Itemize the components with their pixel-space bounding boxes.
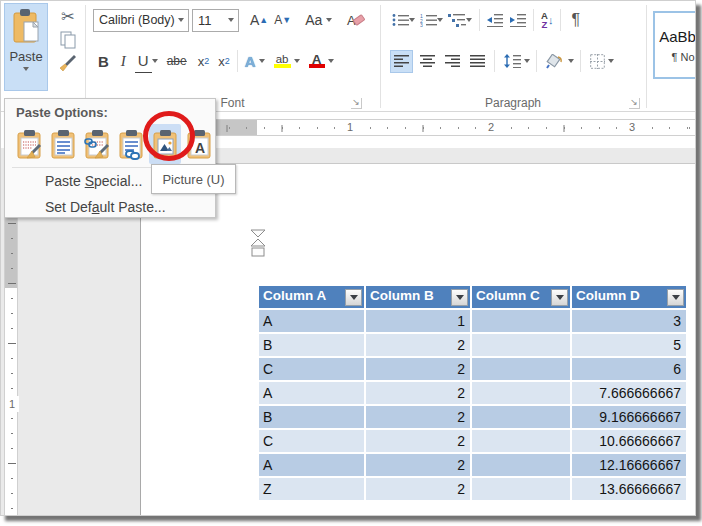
show-hide-pilcrow-button[interactable]: ¶ [568,9,583,32]
underline-button[interactable]: U [135,50,152,73]
cell[interactable]: A [259,381,365,405]
highlight-caret[interactable] [294,59,300,63]
cell[interactable]: A [259,309,365,333]
cell[interactable] [471,381,571,405]
multilevel-list-button[interactable] [448,13,466,27]
cell[interactable]: A [259,453,365,477]
text-effects-caret[interactable] [259,59,265,63]
filter-button[interactable] [551,289,568,306]
cell[interactable] [471,405,571,429]
cell[interactable]: 2 [365,357,471,381]
cell[interactable]: Z [259,477,365,501]
header-column-a[interactable]: Column A [259,286,365,309]
format-painter-button[interactable] [59,54,77,72]
bold-button[interactable]: B [95,50,112,73]
cell[interactable]: 7.666666667 [571,381,687,405]
header-column-b[interactable]: Column B [365,286,471,309]
paste-option-keep-text-only[interactable]: A [183,124,215,164]
cell[interactable]: 2 [365,453,471,477]
shading-caret[interactable] [568,59,574,63]
text-effects-button[interactable]: A [242,50,259,73]
italic-button[interactable]: I [118,50,129,73]
clear-formatting-button[interactable]: A [345,11,365,29]
filter-button[interactable] [667,289,684,306]
font-color-caret[interactable] [328,59,334,63]
change-case-button[interactable]: Aa [302,9,335,32]
cell[interactable]: 13.66666667 [571,477,687,501]
line-spacing-button[interactable] [501,50,524,73]
underline-caret[interactable] [152,59,158,63]
header-column-c[interactable]: Column C [471,286,571,309]
paste-option-picture[interactable] [149,124,181,164]
borders-button[interactable] [587,50,608,73]
paragraph-group-label: Paragraph [380,96,646,110]
font-dialog-launcher[interactable]: ↘ [351,98,362,109]
align-center-button[interactable] [417,50,438,73]
cell[interactable]: 2 [365,405,471,429]
cell[interactable] [471,453,571,477]
paste-option-use-destination-styles[interactable] [47,124,79,164]
horizontal-ruler[interactable]: 1 2 3 [201,119,695,136]
increase-indent-button[interactable] [510,13,526,27]
cell[interactable]: 1 [365,309,471,333]
bullets-caret[interactable] [409,18,415,22]
shading-button[interactable] [543,50,568,73]
cell[interactable]: C [259,357,365,381]
paste-option-link-use-destination-styles[interactable] [115,124,147,164]
numbering-caret[interactable] [437,18,443,22]
multilevel-caret[interactable] [466,18,472,22]
line-spacing-caret[interactable] [524,59,530,63]
cell[interactable] [471,477,571,501]
filter-button[interactable] [345,289,362,306]
align-left-button[interactable] [390,50,413,73]
sort-button[interactable]: A Z [541,11,548,29]
set-default-paste-item[interactable]: Set Default Paste... [5,194,215,220]
cut-button[interactable]: ✂ [61,7,74,26]
indent-markers[interactable] [248,229,268,257]
style-normal-card[interactable]: AaBbC ¶ No [653,11,696,79]
cell[interactable]: B [259,405,365,429]
cell[interactable]: 6 [571,357,687,381]
cell[interactable]: 2 [365,333,471,357]
cell[interactable]: 2 [365,429,471,453]
table-row: A212.16666667 [259,453,687,477]
justify-button[interactable] [467,50,488,73]
cell[interactable]: C [259,429,365,453]
cell[interactable]: 3 [571,309,687,333]
filter-caret-icon [350,295,358,300]
cell[interactable]: 10.66666667 [571,429,687,453]
cell[interactable] [471,309,571,333]
bullets-button[interactable] [392,13,409,27]
decrease-indent-button[interactable] [487,13,503,27]
cell[interactable]: 9.166666667 [571,405,687,429]
copy-button[interactable] [60,31,77,49]
paste-option-link-keep-source-formatting[interactable] [81,124,113,164]
cell[interactable] [471,333,571,357]
cell[interactable]: 5 [571,333,687,357]
paste-button[interactable]: Paste [4,3,48,91]
superscript-button[interactable]: x2 [215,50,233,73]
font-color-button[interactable]: A [306,50,328,73]
borders-caret[interactable] [608,59,614,63]
numbering-button[interactable]: 123 [420,13,437,27]
font-name-combo[interactable]: Calibri (Body) [93,9,189,32]
strikethrough-button[interactable]: abe [164,50,190,73]
highlight-color-button[interactable]: ab [271,50,294,73]
cell[interactable]: B [259,333,365,357]
grow-font-button[interactable]: A▲ [247,9,271,32]
cell[interactable] [471,357,571,381]
shrink-font-button[interactable]: A▼ [271,9,294,32]
header-column-d[interactable]: Column D [571,286,687,309]
cell[interactable] [471,429,571,453]
cell[interactable]: 12.16666667 [571,453,687,477]
subscript-button[interactable]: x2 [195,50,213,73]
font-size-combo[interactable]: 11 [192,9,239,32]
paragraph-dialog-launcher[interactable]: ↘ [629,98,640,109]
paste-dropdown-caret[interactable] [23,67,29,71]
cell[interactable]: 2 [365,477,471,501]
filter-button[interactable] [451,289,468,306]
cell[interactable]: 2 [365,381,471,405]
font-size-value: 11 [198,13,212,28]
align-right-button[interactable] [442,50,463,73]
paste-option-keep-source-formatting[interactable] [13,124,45,164]
